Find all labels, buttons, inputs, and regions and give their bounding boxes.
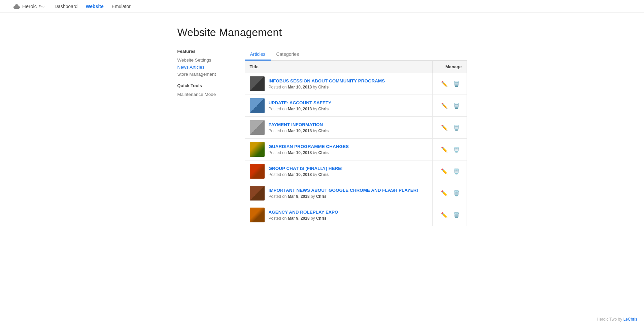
nav-link-dashboard[interactable]: Dashboard bbox=[55, 4, 78, 9]
sidebar-quicktools-label: Quick Tools bbox=[177, 83, 231, 88]
sidebar-item-store-management[interactable]: Store Management bbox=[177, 71, 231, 78]
delete-button-3[interactable]: 🗑️ bbox=[451, 145, 462, 154]
page-container: Website Management Features Website Sett… bbox=[171, 13, 474, 240]
articles-table: Title Manage INFOBUS SESSION ABOUT COMMU… bbox=[245, 61, 467, 226]
article-cell-4: GROUP CHAT IS (FINALLY) HERE! Posted on … bbox=[245, 160, 432, 182]
article-meta-2: Posted on Mar 10, 2018 by Chris bbox=[269, 129, 329, 133]
article-title-link-1[interactable]: UPDATE: ACCOUNT SAFETY bbox=[269, 100, 332, 105]
brand-sup: Two bbox=[39, 5, 44, 8]
article-manage-cell-0: ✏️ 🗑️ bbox=[432, 73, 467, 95]
article-cell-1: UPDATE: ACCOUNT SAFETY Posted on Mar 10,… bbox=[245, 95, 432, 117]
edit-button-4[interactable]: ✏️ bbox=[439, 167, 450, 176]
topnav: Heroic Two Dashboard Website Emulator bbox=[0, 0, 644, 13]
article-thumb-5 bbox=[250, 186, 265, 201]
edit-button-0[interactable]: ✏️ bbox=[439, 79, 450, 88]
delete-button-5[interactable]: 🗑️ bbox=[451, 189, 462, 198]
delete-button-1[interactable]: 🗑️ bbox=[451, 101, 462, 110]
article-info-1: UPDATE: ACCOUNT SAFETY Posted on Mar 10,… bbox=[269, 100, 332, 111]
article-cell-3: GUARDIAN PROGRAMME CHANGES Posted on Mar… bbox=[245, 139, 432, 160]
article-title-link-4[interactable]: GROUP CHAT IS (FINALLY) HERE! bbox=[269, 166, 343, 171]
article-title-link-5[interactable]: IMPORTANT NEWS ABOUT GOOGLE CHROME AND F… bbox=[269, 188, 418, 193]
article-manage-cell-3: ✏️ 🗑️ bbox=[432, 139, 467, 160]
article-thumb-4 bbox=[250, 164, 265, 179]
article-info-0: INFOBUS SESSION ABOUT COMMUNITY PROGRAMS… bbox=[269, 78, 385, 89]
table-row: GROUP CHAT IS (FINALLY) HERE! Posted on … bbox=[245, 160, 467, 182]
article-info-4: GROUP CHAT IS (FINALLY) HERE! Posted on … bbox=[269, 166, 343, 177]
table-header-row: Title Manage bbox=[245, 61, 467, 73]
delete-button-2[interactable]: 🗑️ bbox=[451, 123, 462, 132]
cloud-icon bbox=[13, 4, 20, 9]
edit-button-5[interactable]: ✏️ bbox=[439, 189, 450, 198]
article-meta-5: Posted on Mar 9, 2018 by Chris bbox=[269, 194, 327, 199]
article-thumb-2 bbox=[250, 120, 265, 135]
nav-link-emulator[interactable]: Emulator bbox=[112, 4, 131, 9]
article-meta-1: Posted on Mar 10, 2018 by Chris bbox=[269, 107, 329, 111]
article-meta-0: Posted on Mar 10, 2018 by Chris bbox=[269, 85, 329, 89]
article-manage-cell-2: ✏️ 🗑️ bbox=[432, 117, 467, 139]
article-manage-cell-1: ✏️ 🗑️ bbox=[432, 95, 467, 117]
article-manage-cell-4: ✏️ 🗑️ bbox=[432, 160, 467, 182]
brand: Heroic Two bbox=[13, 3, 44, 9]
table-row: IMPORTANT NEWS ABOUT GOOGLE CHROME AND F… bbox=[245, 182, 467, 204]
article-cell-5: IMPORTANT NEWS ABOUT GOOGLE CHROME AND F… bbox=[245, 182, 432, 204]
nav-link-website[interactable]: Website bbox=[86, 4, 103, 9]
article-manage-cell-6: ✏️ 🗑️ bbox=[432, 204, 467, 226]
tab-categories[interactable]: Categories bbox=[271, 49, 304, 61]
edit-button-6[interactable]: ✏️ bbox=[439, 211, 450, 220]
article-thumb-3 bbox=[250, 142, 265, 157]
delete-button-0[interactable]: 🗑️ bbox=[451, 79, 462, 88]
article-info-5: IMPORTANT NEWS ABOUT GOOGLE CHROME AND F… bbox=[269, 188, 418, 199]
content-split: Features Website Settings News Articles … bbox=[177, 49, 467, 226]
sidebar: Features Website Settings News Articles … bbox=[177, 49, 231, 226]
article-cell-0: INFOBUS SESSION ABOUT COMMUNITY PROGRAMS… bbox=[245, 73, 432, 95]
table-row: UPDATE: ACCOUNT SAFETY Posted on Mar 10,… bbox=[245, 95, 467, 117]
article-meta-3: Posted on Mar 10, 2018 by Chris bbox=[269, 150, 329, 155]
topnav-links: Dashboard Website Emulator bbox=[55, 4, 131, 9]
article-title-link-0[interactable]: INFOBUS SESSION ABOUT COMMUNITY PROGRAMS bbox=[269, 78, 385, 83]
brand-label: Heroic bbox=[22, 3, 37, 9]
article-cell-6: AGENCY AND ROLEPLAY EXPO Posted on Mar 9… bbox=[245, 204, 432, 226]
article-title-link-6[interactable]: AGENCY AND ROLEPLAY EXPO bbox=[269, 210, 338, 215]
edit-button-3[interactable]: ✏️ bbox=[439, 145, 450, 154]
sidebar-item-maintenance-mode[interactable]: Maintenance Mode bbox=[177, 91, 231, 98]
sidebar-item-website-settings[interactable]: Website Settings bbox=[177, 57, 231, 64]
tab-articles[interactable]: Articles bbox=[245, 49, 271, 61]
col-manage: Manage bbox=[432, 61, 467, 73]
main-panel: Articles Categories Title Manage bbox=[245, 49, 467, 226]
tabs: Articles Categories bbox=[245, 49, 467, 61]
page-title: Website Management bbox=[177, 26, 467, 39]
delete-button-4[interactable]: 🗑️ bbox=[451, 167, 462, 176]
delete-button-6[interactable]: 🗑️ bbox=[451, 211, 462, 220]
col-title: Title bbox=[245, 61, 432, 73]
table-row: GUARDIAN PROGRAMME CHANGES Posted on Mar… bbox=[245, 139, 467, 160]
edit-button-2[interactable]: ✏️ bbox=[439, 123, 450, 132]
article-thumb-6 bbox=[250, 208, 265, 222]
article-thumb-1 bbox=[250, 98, 265, 113]
article-info-3: GUARDIAN PROGRAMME CHANGES Posted on Mar… bbox=[269, 144, 349, 155]
sidebar-features-label: Features bbox=[177, 49, 231, 54]
edit-button-1[interactable]: ✏️ bbox=[439, 101, 450, 110]
table-row: AGENCY AND ROLEPLAY EXPO Posted on Mar 9… bbox=[245, 204, 467, 226]
table-row: PAYMENT INFORMATION Posted on Mar 10, 20… bbox=[245, 117, 467, 139]
table-row: INFOBUS SESSION ABOUT COMMUNITY PROGRAMS… bbox=[245, 73, 467, 95]
article-info-2: PAYMENT INFORMATION Posted on Mar 10, 20… bbox=[269, 122, 329, 133]
article-manage-cell-5: ✏️ 🗑️ bbox=[432, 182, 467, 204]
article-title-link-2[interactable]: PAYMENT INFORMATION bbox=[269, 122, 329, 127]
article-meta-4: Posted on Mar 10, 2018 by Chris bbox=[269, 172, 329, 177]
article-cell-2: PAYMENT INFORMATION Posted on Mar 10, 20… bbox=[245, 117, 432, 139]
article-info-6: AGENCY AND ROLEPLAY EXPO Posted on Mar 9… bbox=[269, 210, 338, 221]
article-thumb-0 bbox=[250, 76, 265, 91]
sidebar-item-news-articles[interactable]: News Articles bbox=[177, 64, 231, 71]
article-title-link-3[interactable]: GUARDIAN PROGRAMME CHANGES bbox=[269, 144, 349, 149]
article-meta-6: Posted on Mar 9, 2018 by Chris bbox=[269, 216, 327, 221]
